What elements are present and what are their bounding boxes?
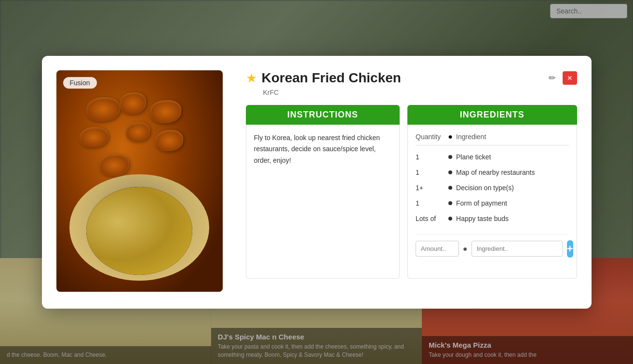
cheese-dish-pan — [69, 174, 209, 281]
bullet-add: ● — [463, 245, 468, 253]
ingredients-section: INGREDIENTS Quantity ● Ingredient 1 — [407, 105, 577, 279]
instructions-body: Fly to Korea, look up nearest fried chic… — [246, 125, 400, 279]
chicken-piece-3 — [150, 100, 181, 123]
ingredient-bullet-1 — [444, 170, 456, 174]
ingredient-qty-4: Lots of — [416, 215, 444, 222]
bullet-spacer-header: ● — [444, 132, 456, 141]
add-ingredient-row: ● + — [416, 234, 568, 258]
ingredient-name-0: Plane ticket — [456, 153, 491, 161]
ingredient-row-0: 1 Plane ticket — [416, 149, 568, 165]
two-column-layout: INSTRUCTIONS Fly to Korea, look up neare… — [246, 105, 577, 279]
trash-icon: ✕ — [567, 74, 573, 82]
ingredient-name-2: Decision on type(s) — [456, 184, 514, 192]
plus-icon: + — [567, 243, 573, 255]
ingredient-bullet-3 — [444, 201, 456, 205]
ingredient-name-4: Happy taste buds — [456, 215, 509, 222]
ingredient-name-3: Form of payment — [456, 199, 507, 207]
ingredient-qty-3: 1 — [416, 199, 444, 207]
recipe-modal: Fusion — [42, 56, 592, 309]
title-row: ★ Korean Fried Chicken ✏ ✕ — [246, 70, 577, 86]
pencil-icon: ✏ — [549, 73, 556, 83]
qty-column-label: Quantity — [416, 133, 444, 141]
modal-right: ★ Korean Fried Chicken ✏ ✕ KrFC — [246, 70, 577, 292]
ingredient-row-1: 1 Map of nearby restaurants — [416, 165, 568, 180]
ingredient-column-label: Ingredient — [456, 133, 486, 141]
amount-input[interactable] — [416, 241, 459, 257]
ingredients-header: INGREDIENTS — [407, 105, 577, 125]
chicken-piece-6 — [155, 130, 183, 151]
food-image — [56, 70, 223, 292]
ingredient-row-2: 1+ Decision on type(s) — [416, 180, 568, 195]
instructions-section: INSTRUCTIONS Fly to Korea, look up neare… — [246, 105, 400, 279]
instructions-header: INSTRUCTIONS — [246, 105, 400, 125]
star-icon: ★ — [246, 72, 257, 84]
ingredients-header-row: Quantity ● Ingredient — [416, 132, 568, 145]
fusion-badge: Fusion — [63, 77, 97, 89]
chicken-piece-4 — [80, 127, 108, 147]
ingredient-bullet-0 — [444, 155, 456, 159]
recipe-title: Korean Fried Chicken — [262, 70, 401, 86]
ingredient-name-input[interactable] — [471, 241, 563, 257]
ingredient-bullet-2 — [444, 186, 456, 190]
ingredient-qty-1: 1 — [416, 169, 444, 176]
modal-content: Fusion — [56, 70, 577, 292]
ingredient-row-3: 1 Form of payment — [416, 195, 568, 211]
recipe-subtitle: KrFC — [263, 89, 577, 96]
food-image-container: Fusion — [56, 70, 223, 292]
edit-button[interactable]: ✏ — [546, 71, 559, 85]
chicken-piece-7 — [99, 154, 129, 176]
modal-overlay: Fusion — [0, 0, 633, 364]
cheese-bubbles — [86, 187, 192, 275]
ingredient-name-1: Map of nearby restaurants — [456, 169, 535, 176]
ingredients-body: Quantity ● Ingredient 1 Plane ticket — [407, 125, 577, 279]
ingredient-qty-2: 1+ — [416, 184, 444, 192]
chicken-piece-5 — [126, 122, 150, 142]
ingredient-qty-0: 1 — [416, 153, 444, 161]
title-actions: ✏ ✕ — [546, 71, 577, 85]
chicken-piece-1 — [86, 97, 120, 121]
ingredient-bullet-4 — [444, 217, 456, 221]
instructions-text: Fly to Korea, look up nearest fried chic… — [254, 132, 392, 167]
title-left: ★ Korean Fried Chicken — [246, 70, 401, 86]
cheese-dish-inner — [86, 187, 192, 275]
add-ingredient-button[interactable]: + — [567, 240, 573, 258]
delete-button[interactable]: ✕ — [563, 71, 577, 85]
ingredient-row-4: Lots of Happy taste buds — [416, 211, 568, 226]
chicken-piece-2 — [120, 92, 146, 114]
